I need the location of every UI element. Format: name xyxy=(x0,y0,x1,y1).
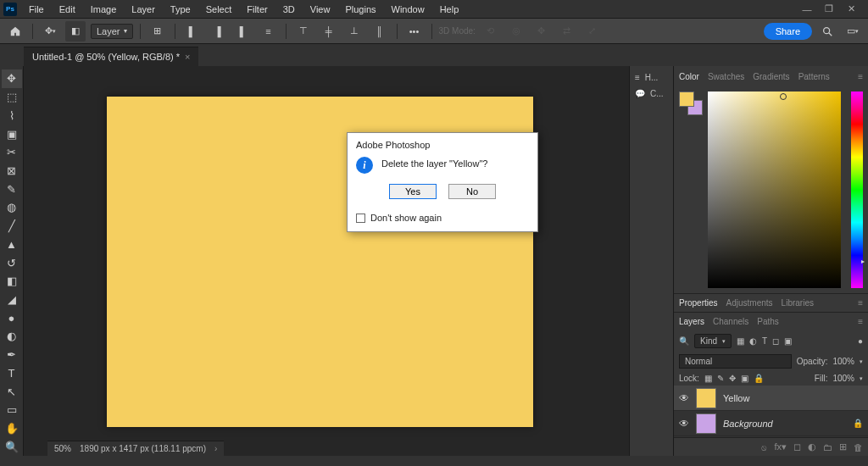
color-panel-menu-icon[interactable]: ≡ xyxy=(858,72,863,81)
marquee-tool-icon[interactable]: ⬚ xyxy=(2,88,22,107)
tab-paths[interactable]: Paths xyxy=(757,317,779,326)
tab-channels[interactable]: Channels xyxy=(713,317,748,326)
menu-view[interactable]: View xyxy=(303,3,337,16)
adjustment-layer-icon[interactable]: ◐ xyxy=(808,441,816,452)
layers-menu-icon[interactable]: ≡ xyxy=(858,317,863,326)
tab-gradients[interactable]: Gradients xyxy=(753,72,789,81)
share-button[interactable]: Share xyxy=(764,23,812,40)
transform-controls-icon[interactable]: ⊞ xyxy=(147,21,168,42)
lock-pixels-icon[interactable]: ✎ xyxy=(717,374,724,383)
minimize-icon[interactable]: — xyxy=(800,3,814,16)
brush-tool-icon[interactable]: ╱ xyxy=(2,217,22,236)
lock-position-icon[interactable]: ✥ xyxy=(729,374,736,383)
auto-select-icon[interactable]: ◧ xyxy=(65,21,86,42)
menu-file[interactable]: File xyxy=(22,3,51,16)
filter-smart-icon[interactable]: ▣ xyxy=(784,336,792,346)
zoom-tool-icon[interactable]: 🔍 xyxy=(2,437,22,456)
healing-tool-icon[interactable]: ◍ xyxy=(2,198,22,217)
distribute-bottom-icon[interactable]: ⊥ xyxy=(344,21,364,42)
dont-show-checkbox[interactable] xyxy=(356,214,365,223)
distribute-more-icon[interactable]: ║ xyxy=(370,21,390,42)
crop-tool-icon[interactable]: ✂ xyxy=(2,143,22,162)
more-options-icon[interactable]: ••• xyxy=(404,21,425,42)
lock-all-icon[interactable]: 🔒 xyxy=(754,374,764,383)
document-tab[interactable]: Untitled-1 @ 50% (Yellow, RGB/8) * × xyxy=(24,47,198,66)
delete-layer-icon[interactable]: 🗑 xyxy=(854,442,863,452)
frame-tool-icon[interactable]: ⊠ xyxy=(2,162,22,180)
history-panel-icon[interactable]: ≡ H... xyxy=(630,69,673,86)
gradient-tool-icon[interactable]: ◢ xyxy=(2,291,22,309)
group-layers-icon[interactable]: 🗀 xyxy=(823,442,832,452)
distribute-vcenter-icon[interactable]: ╪ xyxy=(319,21,339,42)
menu-edit[interactable]: Edit xyxy=(53,3,82,16)
workspace-icon[interactable]: ▭▾ xyxy=(843,21,863,42)
layer-thumbnail[interactable] xyxy=(696,413,716,434)
lasso-tool-icon[interactable]: ⌇ xyxy=(2,106,22,125)
align-more-icon[interactable]: ≡ xyxy=(259,21,279,42)
tab-libraries[interactable]: Libraries xyxy=(782,298,814,308)
distribute-top-icon[interactable]: ⊤ xyxy=(293,21,314,42)
pen-tool-icon[interactable]: ✒ xyxy=(2,346,22,364)
tab-properties[interactable]: Properties xyxy=(679,298,718,308)
menu-type[interactable]: Type xyxy=(164,3,198,16)
menu-filter[interactable]: Filter xyxy=(240,3,274,16)
opacity-value[interactable]: 100% xyxy=(832,357,854,366)
hue-slider[interactable] xyxy=(851,92,863,288)
visibility-icon[interactable]: 👁 xyxy=(679,392,689,404)
layer-mask-icon[interactable]: ◻ xyxy=(793,441,801,452)
object-select-tool-icon[interactable]: ▣ xyxy=(2,125,22,143)
layer-row[interactable]: 👁Yellow xyxy=(674,386,868,411)
menu-3d[interactable]: 3D xyxy=(276,3,302,16)
home-icon[interactable] xyxy=(5,21,25,42)
history-brush-tool-icon[interactable]: ↺ xyxy=(2,253,22,272)
properties-menu-icon[interactable]: ≡ xyxy=(858,298,863,308)
layer-filter-kind[interactable]: Kind▾ xyxy=(694,334,732,348)
lock-transparent-icon[interactable]: ▦ xyxy=(704,374,712,383)
close-icon[interactable]: ✕ xyxy=(844,3,858,16)
status-chevron-icon[interactable]: › xyxy=(214,444,217,453)
fill-value[interactable]: 100% xyxy=(832,374,854,383)
type-tool-icon[interactable]: T xyxy=(2,364,22,383)
align-right-icon[interactable]: ▌ xyxy=(233,21,253,42)
menu-help[interactable]: Help xyxy=(433,3,466,16)
target-select[interactable]: Layer▾ xyxy=(91,24,133,39)
blend-mode-select[interactable]: Normal xyxy=(679,354,792,369)
layer-fx-icon[interactable]: fx▾ xyxy=(774,441,787,452)
hand-tool-icon[interactable]: ✋ xyxy=(2,419,22,438)
search-icon[interactable] xyxy=(817,21,837,42)
move-tool-icon[interactable]: ✥▾ xyxy=(40,21,60,42)
layer-thumbnail[interactable] xyxy=(696,388,716,408)
filter-pixel-icon[interactable]: ▦ xyxy=(737,336,744,346)
tab-layers[interactable]: Layers xyxy=(679,317,704,326)
lock-icon[interactable]: 🔒 xyxy=(853,419,863,428)
menu-plugins[interactable]: Plugins xyxy=(338,3,382,16)
layer-row[interactable]: 👁Background🔒 xyxy=(674,411,868,436)
new-layer-icon[interactable]: ⊞ xyxy=(839,441,847,452)
path-select-tool-icon[interactable]: ↖ xyxy=(2,382,22,401)
filter-shape-icon[interactable]: ◻ xyxy=(772,336,779,346)
fg-color-swatch[interactable] xyxy=(679,92,694,107)
no-button[interactable]: No xyxy=(448,184,496,199)
dodge-tool-icon[interactable]: ◐ xyxy=(2,327,22,346)
menu-window[interactable]: Window xyxy=(385,3,431,16)
menu-image[interactable]: Image xyxy=(84,3,124,16)
tab-patterns[interactable]: Patterns xyxy=(798,72,830,81)
eyedropper-tool-icon[interactable]: ✎ xyxy=(2,180,22,198)
shape-tool-icon[interactable]: ▭ xyxy=(2,401,22,419)
close-tab-icon[interactable]: × xyxy=(185,52,190,62)
filter-toggle-icon[interactable]: ● xyxy=(858,336,863,346)
link-layers-icon[interactable]: ⍉ xyxy=(761,442,767,452)
comments-panel-icon[interactable]: 💬 C... xyxy=(630,86,673,102)
filter-adjust-icon[interactable]: ◐ xyxy=(749,336,757,346)
blur-tool-icon[interactable]: ● xyxy=(2,308,22,327)
tab-color[interactable]: Color xyxy=(679,72,699,81)
lock-artboard-icon[interactable]: ▣ xyxy=(741,374,748,383)
tab-adjustments[interactable]: Adjustments xyxy=(726,298,773,308)
menu-select[interactable]: Select xyxy=(199,3,239,16)
visibility-icon[interactable]: 👁 xyxy=(679,418,689,430)
tab-swatches[interactable]: Swatches xyxy=(708,72,744,81)
filter-type-icon[interactable]: T xyxy=(762,336,767,346)
eraser-tool-icon[interactable]: ◧ xyxy=(2,272,22,291)
align-left-icon[interactable]: ▌ xyxy=(182,21,203,42)
align-center-h-icon[interactable]: ▐ xyxy=(208,21,228,42)
